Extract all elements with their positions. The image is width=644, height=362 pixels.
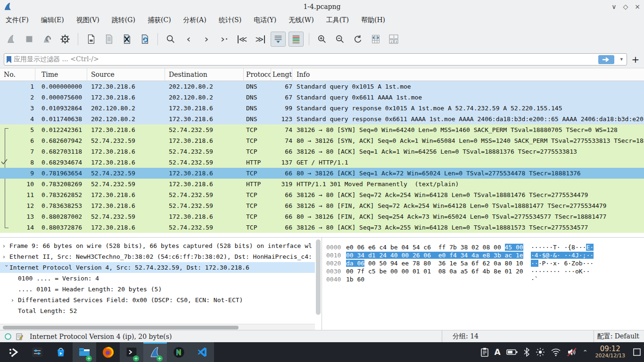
minimize-button[interactable]: ∨	[611, 3, 616, 10]
colorize-button[interactable]	[289, 32, 304, 47]
stop-capture-button[interactable]	[22, 32, 37, 47]
column-header-info[interactable]: Info	[292, 68, 644, 81]
find-packet-button[interactable]	[163, 32, 178, 47]
zoom-reset-button[interactable]	[350, 32, 365, 47]
taskbar-file-manager[interactable]: +	[73, 342, 96, 362]
menu-item-5[interactable]: 分析(A)	[183, 16, 206, 25]
filter-bookmark-icon[interactable]	[6, 56, 12, 64]
wifi-icon[interactable]	[551, 348, 561, 356]
packet-row-14[interactable]: 140.880372876172.30.218.652.74.232.59TCP…	[0, 222, 644, 233]
packet-row-1[interactable]: 10.000000000172.30.218.6202.120.80.2DNS6…	[0, 81, 644, 92]
packet-row-4[interactable]: 40.011740638202.120.80.2172.30.218.6DNS1…	[0, 114, 644, 124]
auto-scroll-button[interactable]	[271, 32, 286, 47]
reload-file-button[interactable]	[137, 32, 152, 47]
packet-row-7[interactable]: 70.682703118172.30.218.652.74.232.59TCP6…	[0, 146, 644, 157]
column-header-source[interactable]: Source	[87, 68, 165, 81]
add-filter-button[interactable]: +	[631, 54, 640, 65]
battery-icon[interactable]	[506, 348, 518, 356]
details-vertical-scrollbar[interactable]	[316, 239, 321, 315]
show-desktop-icon[interactable]	[633, 348, 641, 356]
hex-row-0020[interactable]: 0020da 06 00 50 94 ee 78 80 36 1e 5a 6f …	[322, 259, 644, 267]
start-capture-button[interactable]	[4, 32, 19, 47]
close-file-button[interactable]	[119, 32, 134, 47]
save-file-button[interactable]	[101, 32, 116, 47]
expander-icon[interactable]: ›	[11, 295, 18, 305]
layout-button[interactable]: 123	[386, 32, 401, 47]
capture-comment-icon[interactable]	[16, 333, 23, 340]
menu-item-1[interactable]: 编辑(E)	[41, 16, 64, 25]
packet-row-5[interactable]: 50.012242361172.30.218.652.74.232.59TCP7…	[0, 124, 644, 135]
packet-row-6[interactable]: 60.68260794252.74.232.59172.30.218.6TCP7…	[0, 135, 644, 146]
go-to-packet-button[interactable]: ›·	[217, 32, 232, 47]
packet-row-2[interactable]: 20.000075600172.30.218.6202.120.80.2DNS6…	[0, 92, 644, 103]
expander-icon[interactable]: ›	[3, 241, 9, 251]
go-last-packet-button[interactable]: ≫	[253, 32, 268, 47]
display-filter-input[interactable]: 应用显示过滤器 ... <Ctrl-/> ▾	[4, 53, 627, 66]
restart-capture-button[interactable]	[40, 32, 55, 47]
column-header-protocol[interactable]: Protocol	[244, 68, 271, 81]
detail-line-6[interactable]: Total Length: 52	[0, 305, 315, 316]
scrollbar-thumb[interactable]	[3, 326, 239, 329]
maximize-button[interactable]: ◇	[623, 3, 628, 10]
detail-line-0[interactable]: ›Frame 9: 66 bytes on wire (528 bits), 6…	[0, 240, 315, 251]
profile-label[interactable]: 配置: Default	[597, 332, 639, 340]
menu-item-8[interactable]: 无线(W)	[289, 16, 314, 25]
detail-line-5[interactable]: ›Differentiated Services Field: 0x00 (DS…	[0, 295, 315, 305]
go-first-packet-button[interactable]: ≪	[235, 32, 250, 47]
detail-line-2[interactable]: ›Internet Protocol Version 4, Src: 52.74…	[0, 262, 315, 273]
packet-row-10[interactable]: 100.78320826952.74.232.59172.30.218.6HTT…	[0, 179, 644, 189]
packet-row-9[interactable]: 90.78196365452.74.232.59172.30.218.6TCP6…	[0, 168, 644, 179]
keyboard-layout-icon[interactable]: A	[495, 347, 501, 357]
zoom-out-button[interactable]	[332, 32, 347, 47]
taskbar-system-settings[interactable]	[25, 342, 49, 362]
taskbar-wireshark[interactable]: +	[143, 342, 167, 362]
capture-options-button[interactable]	[58, 32, 73, 47]
resize-columns-button[interactable]	[368, 32, 383, 47]
menu-item-7[interactable]: 电话(Y)	[254, 16, 276, 25]
hex-row-0040[interactable]: 00401b 60·`	[322, 275, 644, 283]
go-forward-button[interactable]: ›	[199, 32, 214, 47]
taskbar-vscode[interactable]	[190, 342, 214, 362]
menu-item-0[interactable]: 文件(F)	[6, 16, 29, 25]
menu-item-4[interactable]: 捕获(C)	[148, 16, 171, 25]
packet-row-11[interactable]: 110.783262852172.30.218.652.74.232.59TCP…	[0, 189, 644, 200]
detail-line-1[interactable]: ›Ethernet II, Src: NewH3CTechno_7b:38:02…	[0, 251, 315, 262]
menu-item-6[interactable]: 统计(S)	[219, 16, 242, 25]
column-header-length[interactable]: Length	[271, 68, 292, 81]
zoom-in-button[interactable]	[314, 32, 330, 47]
packet-row-12[interactable]: 120.783638253172.30.218.652.74.232.59TCP…	[0, 200, 644, 211]
menu-item-2[interactable]: 视图(V)	[76, 16, 99, 25]
details-horizontal-scrollbar[interactable]	[0, 324, 315, 330]
expander-icon[interactable]: ›	[3, 252, 9, 262]
taskbar-discover[interactable]	[49, 342, 73, 362]
detail-line-3[interactable]: 0100 .... = Version: 4	[0, 273, 315, 284]
packet-row-8[interactable]: 80.682934674172.30.218.652.74.232.59HTTP…	[0, 157, 644, 168]
volume-muted-icon[interactable]	[567, 347, 577, 357]
clipboard-icon[interactable]	[480, 347, 489, 357]
close-button[interactable]: ×	[635, 3, 640, 10]
brightness-icon[interactable]	[536, 347, 545, 357]
clock[interactable]: 09:12 2024/12/13	[595, 345, 625, 359]
column-header-destination[interactable]: Destination	[165, 68, 244, 81]
column-header-no[interactable]: No.	[0, 68, 35, 81]
apply-filter-button[interactable]	[598, 55, 614, 64]
bluetooth-icon[interactable]	[523, 347, 530, 357]
taskbar-firefox[interactable]	[96, 342, 120, 362]
open-file-button[interactable]	[83, 32, 99, 47]
detail-line-4[interactable]: .... 0101 = Header Length: 20 bytes (5)	[0, 284, 315, 295]
packet-row-13[interactable]: 130.88028700252.74.232.59172.30.218.6TCP…	[0, 211, 644, 222]
expert-info-icon[interactable]	[5, 333, 11, 340]
expand-tray-icon[interactable]: ⌃	[583, 349, 588, 356]
hex-row-0030[interactable]: 003000 7f c5 be 00 00 01 01 08 0a a5 6f …	[322, 267, 644, 275]
column-header-time[interactable]: Time	[35, 68, 87, 81]
expander-icon[interactable]: ›	[1, 265, 12, 272]
menu-item-3[interactable]: 跳转(G)	[112, 16, 135, 25]
hex-row-0000[interactable]: 0000e0 06 e6 c4 be 04 54 c6 ff 7b 38 02 …	[322, 243, 644, 251]
hex-row-0010[interactable]: 001000 34 d1 24 40 00 26 06 e0 f4 34 4a …	[322, 251, 644, 259]
taskbar-terminal[interactable]: +	[120, 342, 143, 362]
menu-item-9[interactable]: 工具(T)	[326, 16, 349, 25]
taskbar-app-launcher[interactable]	[2, 342, 25, 362]
taskbar-neovim[interactable]	[167, 342, 190, 362]
menu-item-10[interactable]: 帮助(H)	[361, 16, 385, 25]
go-back-button[interactable]: ‹	[181, 32, 196, 47]
